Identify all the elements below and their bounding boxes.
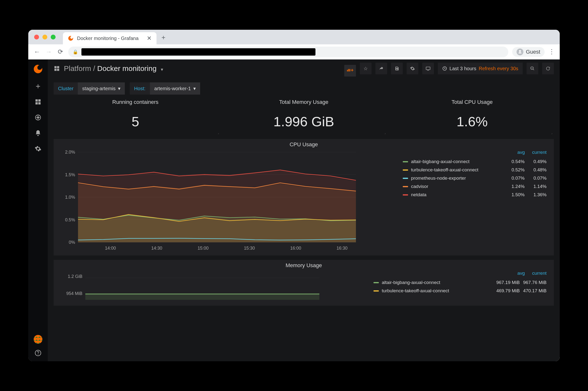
chevron-down-icon: ▾	[118, 86, 120, 92]
help-icon[interactable]	[35, 350, 41, 356]
clock-icon	[442, 66, 447, 71]
legend-series-name: altair-bigbang-axual-connect	[382, 280, 493, 285]
legend-avg: 1.24%	[503, 184, 525, 189]
legend-avg: 1.50%	[503, 192, 525, 197]
legend-row[interactable]: turbulence-takeoff-axual-connect 469.79 …	[374, 287, 549, 295]
add-panel-button[interactable]: +	[344, 65, 356, 77]
legend-swatch	[403, 161, 408, 162]
legend-swatch	[403, 194, 408, 196]
template-variables: Cluster staging-artemis▾ Host: artemis-w…	[54, 82, 554, 95]
profile-button[interactable]: Guest	[512, 47, 545, 57]
memory-chart[interactable]: 1.2 GiB954 MiB	[59, 271, 369, 302]
legend-avg: 469.79 MiB	[493, 288, 520, 293]
alerting-icon[interactable]	[35, 130, 41, 136]
new-tab-button[interactable]: +	[157, 34, 170, 41]
panel-resize-handle[interactable]: ⌟	[54, 131, 220, 135]
dashboard-topbar: Platform / Docker monitoring ▼ + ☆ Last …	[48, 60, 560, 78]
legend-current: 0.48%	[525, 167, 547, 173]
svg-text:15:30: 15:30	[244, 246, 255, 251]
legend-swatch	[403, 178, 408, 179]
host-variable: Host: artemis-worker-1▾	[130, 82, 200, 95]
minimize-window-button[interactable]	[42, 35, 47, 39]
share-button[interactable]	[376, 63, 387, 74]
url-input[interactable]: 🔒	[68, 47, 508, 57]
panel-resize-handle[interactable]: ⌟	[220, 131, 387, 135]
breadcrumb-current: Docker monitoring	[97, 64, 157, 72]
grafana-logo-icon[interactable]	[33, 64, 43, 74]
address-bar: ← → ⟳ 🔒 Guest ⋮	[28, 44, 560, 60]
legend-row[interactable]: altair-bigbang-axual-connect 967.19 MiB …	[374, 278, 549, 287]
legend-header-avg[interactable]: avg	[517, 150, 525, 155]
legend-row[interactable]: cadvisor 1.24% 1.14%	[403, 182, 549, 191]
chevron-down-icon: ▼	[160, 68, 164, 72]
legend-series-name: netdata	[411, 192, 503, 197]
refresh-button[interactable]	[542, 63, 554, 74]
panel-title: Memory Usage	[54, 262, 554, 269]
panel-title: CPU Usage	[54, 141, 554, 148]
back-button[interactable]: ←	[33, 48, 41, 56]
legend-header-current[interactable]: current	[532, 271, 547, 276]
explore-icon[interactable]	[35, 114, 41, 121]
reload-button[interactable]: ⟳	[57, 48, 64, 56]
tab-close-icon[interactable]: ✕	[147, 35, 152, 42]
settings-button[interactable]	[407, 63, 418, 74]
browser-menu-button[interactable]: ⋮	[549, 48, 555, 56]
url-redacted	[82, 48, 315, 56]
guest-label: Guest	[526, 49, 540, 55]
svg-text:1.0%: 1.0%	[65, 195, 75, 200]
breadcrumb[interactable]: Platform / Docker monitoring ▼	[64, 64, 164, 73]
dashboards-icon[interactable]	[35, 98, 41, 105]
cluster-select[interactable]: staging-artemis▾	[78, 82, 125, 95]
legend-header-current[interactable]: current	[532, 150, 547, 155]
host-select[interactable]: artemis-worker-1▾	[150, 82, 200, 95]
stat-memory-usage[interactable]: Total Memory Usage 1.996 GiB	[222, 99, 386, 129]
svg-text:14:30: 14:30	[151, 246, 162, 251]
panel-resize-handle[interactable]: ⌟	[387, 131, 554, 135]
svg-text:2.0%: 2.0%	[65, 150, 75, 155]
legend-row[interactable]: altair-bigbang-axual-connect 0.54% 0.49%	[403, 158, 549, 166]
browser-tab[interactable]: Docker monitoring - Grafana ✕	[63, 32, 157, 44]
cycle-view-button[interactable]	[422, 63, 434, 74]
stat-title: Running containers	[54, 99, 217, 105]
window-controls	[34, 35, 56, 39]
legend-row[interactable]: netdata 1.50% 1.36%	[403, 191, 549, 199]
configuration-icon[interactable]	[35, 145, 41, 152]
forward-button[interactable]: →	[45, 48, 53, 56]
svg-rect-25	[85, 294, 319, 300]
cpu-usage-panel[interactable]: CPU Usage 0%0.5%1.0%1.5%2.0%14:0014:3015…	[54, 139, 554, 255]
dashboard-grid-icon[interactable]	[54, 65, 60, 72]
dashboard-body: Cluster staging-artemis▾ Host: artemis-w…	[48, 78, 560, 361]
time-range-label: Last 3 hours	[450, 66, 476, 71]
zoom-out-button[interactable]	[527, 63, 538, 74]
memory-usage-panel[interactable]: Memory Usage 1.2 GiB954 MiB avg current …	[54, 260, 554, 306]
stat-title: Total Memory Usage	[222, 99, 386, 105]
legend-avg: 967.19 MiB	[493, 280, 520, 285]
cpu-chart[interactable]: 0%0.5%1.0%1.5%2.0%14:0014:3015:0015:3016…	[59, 150, 398, 252]
stat-value: 1.996 GiB	[222, 114, 386, 129]
save-button[interactable]	[391, 63, 403, 74]
svg-text:16:00: 16:00	[290, 246, 301, 251]
maximize-window-button[interactable]	[51, 35, 56, 39]
stat-cpu-usage[interactable]: Total CPU Usage 1.6%	[390, 99, 554, 129]
user-avatar[interactable]	[34, 335, 42, 344]
create-icon[interactable]	[35, 83, 41, 90]
svg-text:15:00: 15:00	[197, 246, 208, 251]
refresh-interval-label: Refresh every 30s	[479, 66, 518, 71]
memory-legend: avg current altair-bigbang-axual-connect…	[374, 271, 549, 302]
legend-row[interactable]: prometheus-node-exporter 0.07% 0.07%	[403, 174, 549, 182]
legend-header-avg[interactable]: avg	[517, 271, 525, 276]
svg-text:954 MiB: 954 MiB	[66, 291, 82, 296]
lock-icon: 🔒	[73, 49, 78, 55]
close-window-button[interactable]	[34, 35, 39, 39]
legend-series-name: cadvisor	[411, 184, 503, 189]
star-button[interactable]: ☆	[360, 63, 372, 74]
legend-current: 1.14%	[525, 184, 547, 189]
legend-row[interactable]: turbulence-takeoff-axual-connect 0.52% 0…	[403, 166, 549, 174]
guest-avatar-icon	[517, 49, 523, 55]
legend-current: 470.17 MiB	[520, 288, 547, 293]
stat-running-containers[interactable]: Running containers 5	[54, 99, 217, 129]
legend-swatch	[403, 186, 408, 187]
legend-swatch	[403, 169, 408, 171]
time-range-picker[interactable]: Last 3 hours Refresh every 30s	[438, 63, 523, 74]
legend-current: 1.36%	[525, 192, 547, 197]
